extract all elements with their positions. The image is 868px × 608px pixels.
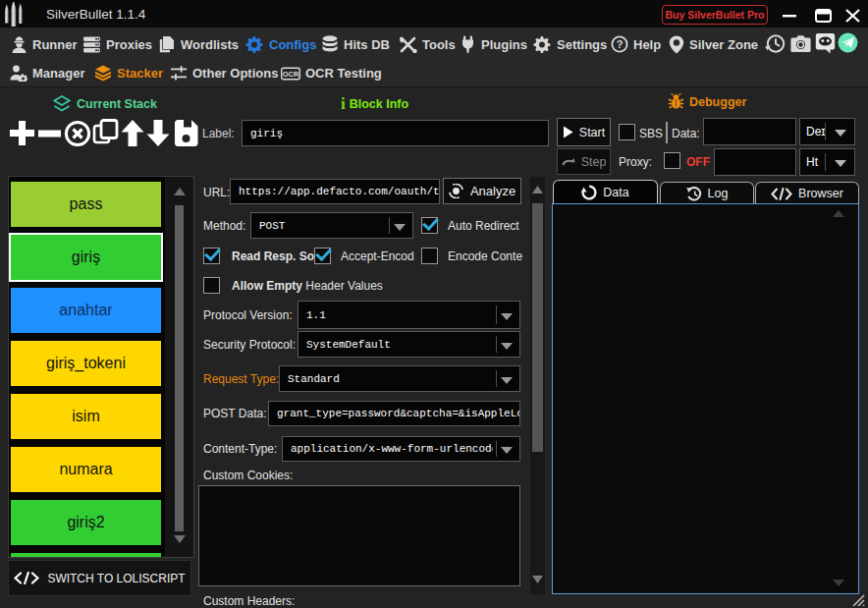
svg-text:?: ? — [617, 38, 624, 50]
svg-text:OCR: OCR — [283, 70, 299, 79]
